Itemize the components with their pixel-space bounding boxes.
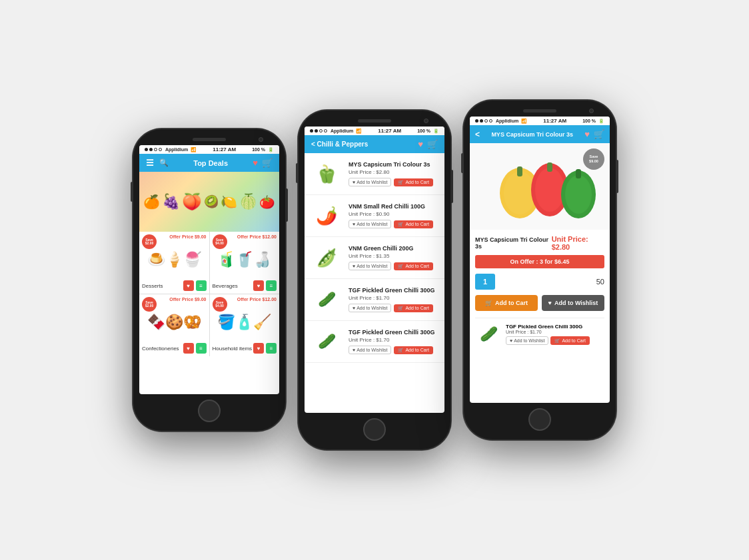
deal-actions-conf: ♥ ≡ xyxy=(183,343,207,354)
phone-3: Applidium 📶 11:27 AM 100 % 🔋 < MYS Capsi… xyxy=(463,100,616,440)
dot3-2 xyxy=(480,119,483,123)
add-cart-btn-4[interactable]: 🛒 Add to Cart xyxy=(394,346,432,354)
home-button-3[interactable] xyxy=(528,408,551,431)
cart-icon-1[interactable]: 🛒 xyxy=(262,158,273,168)
product-item-4[interactable]: 🥒 TGF Pickled Green Chilli 300G Unit Pri… xyxy=(305,321,444,363)
deal-actions-desserts: ♥ ≡ xyxy=(183,280,207,291)
heart-btn-beverages[interactable]: ♥ xyxy=(253,280,264,291)
signal-dots: Applidium 📶 xyxy=(145,147,197,152)
search-icon-1[interactable]: 🔍 xyxy=(159,158,169,167)
home-button-1[interactable] xyxy=(198,400,221,422)
wishlist-btn-0[interactable]: ♥ Add to Wishlist xyxy=(349,178,391,186)
wishlist-btn-3[interactable]: ♥ Add to Wishlist xyxy=(349,304,391,312)
wishlist-btn-1[interactable]: ♥ Add to Wishlist xyxy=(349,220,391,228)
front-camera xyxy=(259,137,263,142)
product-price-3: Unit Price : $1.70 xyxy=(349,295,439,301)
fruit-7: 🍅 xyxy=(259,194,275,210)
deal-cell-beverages[interactable]: Save $4.00 Offer Price $12.00 🧃🥤🍶 Bevera… xyxy=(210,232,280,294)
back-header-2: < Chilli & Peppers ♥ 🛒 xyxy=(305,135,444,153)
cart-icon-2[interactable]: 🛒 xyxy=(427,139,438,149)
signal-dots-2: Applidium 📶 xyxy=(310,129,362,134)
phone-2: Applidium 📶 11:27 AM 100 % 🔋 < Chilli & … xyxy=(298,110,451,450)
battery-icon-3: 🔋 xyxy=(598,119,604,124)
status-bar-2: Applidium 📶 11:27 AM 100 % 🔋 xyxy=(305,127,444,135)
product-item-2[interactable]: 🫛 VNM Green Chilli 200G Unit Price : $1.… xyxy=(305,237,444,279)
related-price-0: Unit Price : $1.70 xyxy=(506,330,604,334)
wishlist-btn-2[interactable]: ♥ Add to Wishlist xyxy=(349,262,391,270)
dot2-2 xyxy=(315,129,318,133)
wishlist-icon-2[interactable]: ♥ xyxy=(418,139,423,149)
battery-area-1: 100 % 🔋 xyxy=(252,147,274,152)
product-name-1: VNM Small Red Chilli 100G xyxy=(349,203,439,210)
product-list: 🫑 MYS Capsicum Tri Colour 3s Unit Price … xyxy=(305,153,444,363)
list-btn-desserts[interactable]: ≡ xyxy=(196,280,207,291)
add-cart-btn-0[interactable]: 🛒 Add to Cart xyxy=(394,178,432,186)
product-info-1: VNM Small Red Chilli 100G Unit Price : $… xyxy=(349,203,439,228)
add-cart-btn-3[interactable]: 🛒 Add to Cart xyxy=(394,304,432,312)
wishlist-btn-4[interactable]: ♥ Add to Wishlist xyxy=(349,346,391,354)
back-btn-2[interactable]: < Chilli & Peppers xyxy=(311,140,368,148)
carrier-3: Applidium xyxy=(496,119,518,123)
related-wishlist-btn-0[interactable]: ♥ Add to Wishlist xyxy=(506,336,548,345)
save-amount-b: $4.00 xyxy=(215,242,224,246)
related-info-0: TGF Pickled Green Chilli 300G Unit Price… xyxy=(506,324,604,345)
phone-1-top-bar xyxy=(139,138,279,141)
add-cart-btn-1[interactable]: 🛒 Add to Cart xyxy=(394,220,432,228)
quantity-box[interactable]: 1 xyxy=(475,274,495,290)
cart-icon-3[interactable]: 🛒 xyxy=(594,129,604,139)
add-cart-btn-2[interactable]: 🛒 Add to Cart xyxy=(394,262,432,270)
qty-row: 1 50 xyxy=(475,274,604,290)
fruit-3: 🍑 xyxy=(182,192,202,211)
heart-btn-conf[interactable]: ♥ xyxy=(183,343,194,354)
product-name-2: VNM Green Chilli 200G xyxy=(349,245,439,252)
time-1: 11:27 AM xyxy=(213,146,236,152)
add-to-wishlist-button[interactable]: ♥ Add to Wishlist xyxy=(542,295,604,311)
phone-2-screen: Applidium 📶 11:27 AM 100 % 🔋 < Chilli & … xyxy=(305,127,444,413)
menu-icon-1[interactable]: ☰ xyxy=(146,158,154,168)
home-button-2[interactable] xyxy=(363,418,386,441)
product-detail-header: < MYS Capsicum Tri Colour 3s ♥ 🛒 xyxy=(470,125,610,143)
list-btn-household[interactable]: ≡ xyxy=(266,343,277,354)
deal-name-desserts: Desserts xyxy=(142,283,163,289)
deal-name-beverages: Beverages xyxy=(213,283,238,289)
signal-dots-3: Applidium 📶 xyxy=(475,119,527,124)
list-btn-conf[interactable]: ≡ xyxy=(196,343,207,354)
related-item-0[interactable]: 🥒 TGF Pickled Green Chilli 300G Unit Pri… xyxy=(475,318,604,350)
product-detail-name-row: MYS Capsicum Tri Colour 3s Unit Price: $… xyxy=(475,235,604,251)
status-bar-3: Applidium 📶 11:27 AM 100 % 🔋 xyxy=(470,117,610,125)
product-item-3[interactable]: 🥒 TGF Pickled Green Chilli 300G Unit Pri… xyxy=(305,279,444,321)
svg-rect-8 xyxy=(576,169,581,178)
product-btns-4: ♥ Add to Wishlist 🛒 Add to Cart xyxy=(349,346,439,354)
related-cart-btn-0[interactable]: 🛒 Add to Cart xyxy=(550,336,589,345)
cart-btn-label: Add to Cart xyxy=(495,300,528,306)
battery-icon-2: 🔋 xyxy=(433,129,439,134)
wishlist-icon-3[interactable]: ♥ xyxy=(584,129,590,139)
status-bar-1: Applidium 📶 11:27 AM 100 % 🔋 xyxy=(139,145,279,154)
product-item-0[interactable]: 🫑 MYS Capsicum Tri Colour 3s Unit Price … xyxy=(305,153,444,195)
product-detail-title: MYS Capsicum Tri Colour 3s xyxy=(491,131,573,138)
product-price-0: Unit Price : $2.80 xyxy=(349,169,439,175)
svg-rect-5 xyxy=(547,162,552,172)
deal-cell-household[interactable]: Save $4.00 Offer Price $12.00 🪣🧴🧹 Househ… xyxy=(210,294,280,356)
heart-btn-desserts[interactable]: ♥ xyxy=(183,280,194,291)
product-price-val: $2.80 xyxy=(552,243,570,251)
product-price-1: Unit Price : $0.90 xyxy=(349,211,439,217)
list-btn-beverages[interactable]: ≡ xyxy=(266,280,277,291)
deal-cell-desserts[interactable]: Save $2.00 Offer Price $9.00 🍮🍦🍧 Dessert… xyxy=(139,232,209,294)
save-circle-label: Save xyxy=(590,154,598,159)
back-btn-3[interactable]: < xyxy=(475,130,480,139)
fruit-display: 🍊 🍇 🍑 🥝 🍋 🍈 🍅 xyxy=(141,190,278,214)
save-badge-beverages: Save $4.00 xyxy=(213,234,227,249)
wifi-icon-3: 📶 xyxy=(521,119,527,124)
add-to-cart-button[interactable]: 🛒 Add to Cart xyxy=(475,295,538,311)
product-price-4: Unit Price : $1.70 xyxy=(349,337,439,343)
deal-cell-confectioneries[interactable]: Save $2.00 Offer Price $9.00 🍫🍪🥨 Confect… xyxy=(139,294,209,356)
product-info-3: TGF Pickled Green Chilli 300G Unit Price… xyxy=(349,287,439,312)
offer-price-desserts: Offer Price $9.00 xyxy=(169,234,206,239)
product-item-1[interactable]: 🌶️ VNM Small Red Chilli 100G Unit Price … xyxy=(305,195,444,237)
wishlist-icon-1[interactable]: ♥ xyxy=(253,158,258,168)
product-thumb-1: 🌶️ xyxy=(310,199,343,232)
product-thumb-4: 🥒 xyxy=(310,325,343,358)
product-btns-0: ♥ Add to Wishlist 🛒 Add to Cart xyxy=(349,178,439,186)
heart-btn-household[interactable]: ♥ xyxy=(253,343,264,354)
